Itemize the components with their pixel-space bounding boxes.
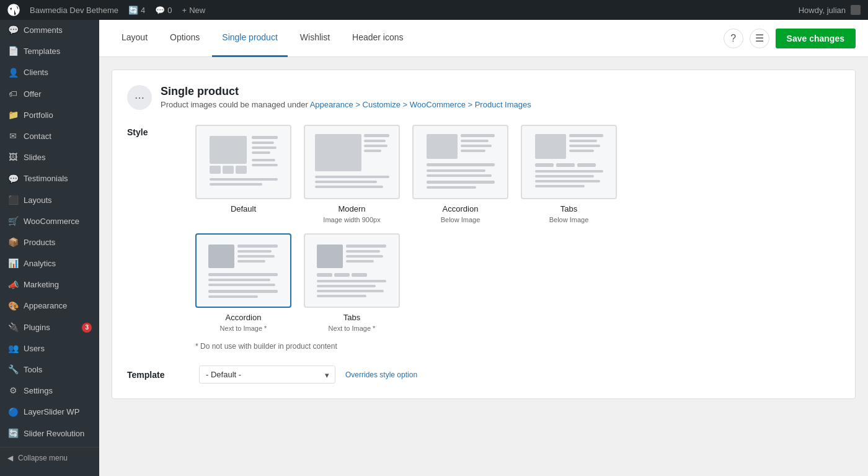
comments-icon: 💬	[7, 25, 19, 36]
sidebar-item-comments[interactable]: 💬 Comments	[0, 20, 99, 41]
svg-rect-20	[315, 186, 383, 188]
tab-layout[interactable]: Layout	[112, 20, 157, 57]
sidebar-item-offer[interactable]: 🏷 Offer	[0, 84, 99, 105]
layouts-icon: ⬛	[7, 195, 19, 206]
card-header: ⋯ Single product Product images could be…	[127, 85, 840, 110]
sidebar-item-sliderrev[interactable]: 🔄 Slider Revolution	[0, 423, 99, 444]
style-option-tabs-next-label: Tabs	[343, 313, 360, 322]
clients-icon: 👤	[7, 67, 19, 78]
svg-rect-11	[210, 178, 278, 181]
testimonials-icon: 💬	[7, 173, 19, 184]
svg-rect-9	[252, 159, 275, 161]
svg-rect-31	[535, 134, 566, 159]
svg-rect-21	[427, 134, 458, 159]
svg-rect-24	[461, 145, 492, 147]
sidebar-item-users[interactable]: 👥 Users	[0, 338, 99, 359]
tools-icon: 🔧	[7, 364, 19, 375]
style-section: Style	[127, 125, 840, 351]
style-option-tabs-below[interactable]: Tabs Below Image	[521, 125, 617, 223]
sidebar-item-clients[interactable]: 👤 Clients	[0, 62, 99, 83]
sidebar-item-plugins[interactable]: 🔌 Plugins 3	[0, 317, 99, 338]
svg-rect-18	[315, 176, 389, 178]
help-icon: ?	[730, 33, 736, 44]
svg-rect-19	[315, 181, 377, 183]
sidebar-item-appearance[interactable]: 🎨 Appearance	[0, 295, 99, 317]
tab-header-icons[interactable]: Header icons	[342, 20, 414, 57]
admin-site-name[interactable]: Bawmedia Dev Betheme	[30, 6, 118, 15]
admin-comments[interactable]: 💬 0	[155, 6, 172, 15]
sidebar-item-tools[interactable]: 🔧 Tools	[0, 359, 99, 380]
document-icon: ☰	[755, 32, 764, 44]
svg-rect-5	[252, 136, 278, 139]
tab-wishlist[interactable]: Wishlist	[290, 20, 340, 57]
sidebar-item-portfolio[interactable]: 📁 Portfolio	[0, 105, 99, 126]
sidebar-item-layerslider[interactable]: 🔵 LayerSlider WP	[0, 402, 99, 423]
contact-icon: ✉	[7, 131, 19, 142]
single-product-card: ⋯ Single product Product images could be…	[112, 70, 856, 399]
products-icon: 📦	[7, 237, 19, 248]
style-option-default[interactable]: Default	[195, 125, 291, 223]
svg-rect-6	[252, 141, 274, 144]
main-content: Layout Options Single product Wishlist H…	[99, 20, 868, 476]
svg-rect-17	[364, 150, 381, 152]
svg-rect-39	[535, 170, 603, 173]
svg-rect-52	[208, 295, 258, 298]
avatar[interactable]	[851, 5, 861, 15]
style-preview-tabs-next	[304, 233, 400, 308]
collapse-menu[interactable]: ◀ Collapse menu	[0, 447, 99, 469]
tab-single-product[interactable]: Single product	[212, 20, 288, 57]
offer-icon: 🏷	[7, 89, 19, 100]
template-section: Template - Default - Overrides style opt…	[127, 366, 840, 384]
template-label: Template	[127, 370, 189, 380]
style-option-modern-sublabel: Image width 900px	[323, 216, 380, 223]
svg-rect-32	[569, 134, 603, 137]
style-row-1: Default	[195, 125, 617, 223]
sidebar-item-layouts[interactable]: ⬛ Layouts	[0, 190, 99, 211]
template-override-link[interactable]: Overrides style option	[345, 370, 417, 379]
svg-rect-37	[556, 163, 575, 167]
style-option-accordion-below[interactable]: Accordion Below Image	[412, 125, 508, 223]
svg-rect-4	[236, 166, 247, 174]
svg-rect-38	[577, 163, 596, 167]
sidebar-item-contact[interactable]: ✉ Contact	[0, 126, 99, 147]
admin-updates[interactable]: 🔄 4	[128, 6, 145, 15]
admin-new[interactable]: + New	[182, 6, 206, 15]
svg-rect-47	[237, 260, 265, 263]
help-button[interactable]: ?	[724, 29, 743, 48]
sidebar-item-settings[interactable]: ⚙ Settings	[0, 380, 99, 402]
wp-logo[interactable]	[7, 4, 20, 16]
svg-rect-62	[317, 285, 376, 287]
svg-rect-59	[334, 273, 350, 277]
style-option-accordion-next-label: Accordion	[226, 313, 262, 322]
svg-rect-33	[569, 140, 597, 142]
template-select[interactable]: - Default -	[199, 366, 335, 384]
style-option-default-label: Default	[231, 204, 256, 213]
svg-rect-8	[252, 151, 270, 154]
style-label: Style	[127, 127, 148, 137]
analytics-icon: 📊	[7, 258, 19, 269]
sidebar-item-templates[interactable]: 📄 Templates	[0, 41, 99, 62]
document-button[interactable]: ☰	[750, 29, 769, 48]
style-option-tabs-next[interactable]: Tabs Next to Image *	[304, 233, 400, 332]
sidebar-item-products[interactable]: 📦 Products	[0, 232, 99, 253]
svg-rect-50	[208, 284, 275, 286]
card-title: Single product	[161, 85, 531, 98]
plugins-icon: 🔌	[7, 322, 19, 333]
svg-rect-30	[427, 186, 476, 189]
style-option-accordion-below-sublabel: Below Image	[441, 216, 480, 223]
svg-rect-28	[427, 174, 492, 177]
appearance-icon: 🎨	[7, 301, 19, 312]
style-option-accordion-next[interactable]: Accordion Next to Image *	[195, 233, 291, 332]
appearance-link[interactable]: Appearance > Customize > WooCommerce > P…	[310, 100, 531, 109]
sidebar-item-woocommerce[interactable]: 🛒 WooCommerce	[0, 211, 99, 232]
sidebar-item-marketing[interactable]: 📣 Marketing	[0, 274, 99, 295]
sidebar-item-analytics[interactable]: 📊 Analytics	[0, 253, 99, 274]
sidebar-item-testimonials[interactable]: 💬 Testimonials	[0, 168, 99, 189]
style-option-modern[interactable]: Modern Image width 900px	[304, 125, 400, 223]
svg-rect-15	[364, 140, 386, 142]
sidebar-item-slides[interactable]: 🖼 Slides	[0, 147, 99, 168]
tab-options[interactable]: Options	[160, 20, 210, 57]
svg-rect-43	[208, 245, 234, 268]
save-button[interactable]: Save changes	[776, 29, 856, 48]
sliderrev-icon: 🔄	[7, 428, 19, 439]
